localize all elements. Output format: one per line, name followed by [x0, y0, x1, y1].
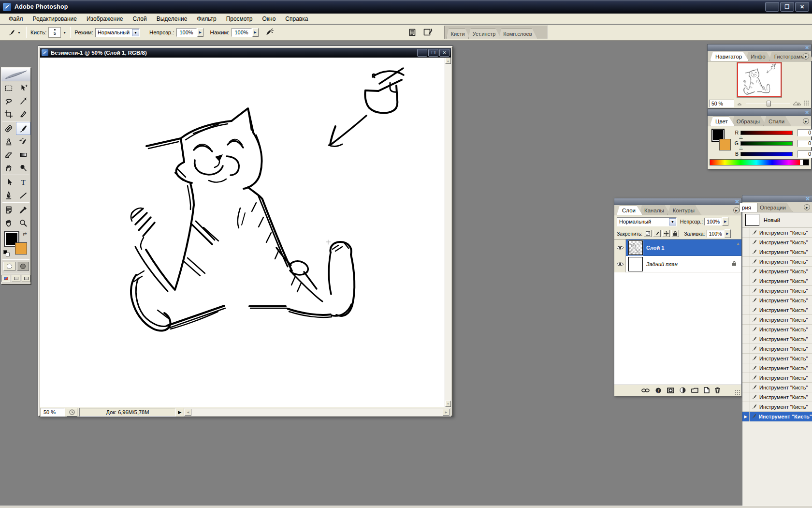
flyout-menu-icon[interactable]: ▶: [803, 53, 809, 60]
tool-line[interactable]: [16, 189, 30, 202]
fullscreen-button[interactable]: [22, 275, 30, 282]
layer-blend-mode-select[interactable]: Нормальный ▼: [617, 217, 677, 226]
maximize-button[interactable]: ❒: [780, 2, 794, 12]
layer-name[interactable]: Задний план: [646, 261, 678, 267]
tab-actions[interactable]: Операции: [754, 203, 793, 212]
standard-screen-button[interactable]: [1, 275, 10, 282]
tool-preset-picker[interactable]: ▼: [8, 27, 21, 38]
tool-brush[interactable]: [16, 122, 30, 135]
delete-layer-icon[interactable]: [715, 387, 720, 394]
new-layer-icon[interactable]: [704, 387, 710, 394]
layer-name[interactable]: Слой 1: [646, 245, 664, 251]
opacity-field[interactable]: 100%: [176, 28, 197, 37]
menu-item[interactable]: Выделение: [152, 14, 192, 24]
scroll-down-icon[interactable]: ▼: [445, 401, 451, 407]
menu-item[interactable]: Редактирование: [28, 14, 82, 24]
menu-item[interactable]: Справка: [280, 14, 313, 24]
layer-mask-icon[interactable]: [667, 388, 674, 394]
adjustment-layer-icon[interactable]: [680, 387, 686, 394]
airbrush-toggle[interactable]: [262, 27, 275, 38]
tool-move[interactable]: [16, 81, 30, 94]
history-state-row[interactable]: ▶ Инструмент "Кисть": [742, 363, 812, 373]
background-color-swatch[interactable]: [15, 242, 27, 254]
tab-navigator[interactable]: Навигатор: [710, 52, 749, 61]
tool-notes[interactable]: [1, 203, 16, 216]
scroll-left-icon[interactable]: ◀: [185, 409, 191, 416]
tool-eyedropper[interactable]: [16, 203, 30, 216]
history-state-row[interactable]: ▶ Инструмент "Кисть": [742, 334, 812, 344]
history-source-cell[interactable]: ▶: [742, 402, 750, 412]
background-color-swatch[interactable]: [719, 139, 731, 150]
flyout-menu-icon[interactable]: ▶: [803, 118, 809, 124]
layer-opacity-spinner[interactable]: ▶: [722, 217, 728, 226]
history-state-row[interactable]: ▶ Инструмент "Кисть": [742, 325, 812, 334]
menu-item[interactable]: Просмотр: [221, 14, 258, 24]
menu-item[interactable]: Файл: [4, 14, 28, 24]
menu-item[interactable]: Окно: [257, 14, 280, 24]
history-source-cell[interactable]: ▶: [742, 228, 750, 238]
history-source-cell[interactable]: ▶: [742, 412, 750, 421]
status-preview-button[interactable]: [67, 408, 77, 417]
history-state-row[interactable]: ▶ Инструмент "Кисть": [742, 354, 812, 363]
tool-lasso[interactable]: [1, 94, 16, 107]
tab-swatches[interactable]: Образцы: [731, 117, 767, 126]
history-state-row[interactable]: ▶ Инструмент "Кисть": [742, 305, 812, 315]
snapshot-thumbnail[interactable]: [745, 214, 759, 226]
history-state-row[interactable]: ▶ Инструмент "Кисть": [742, 392, 812, 402]
history-source-cell[interactable]: ▶: [742, 344, 750, 354]
tool-healing-brush[interactable]: [1, 122, 16, 135]
file-info-button[interactable]: [406, 27, 419, 38]
close-button[interactable]: ✕: [795, 2, 809, 12]
history-source-cell[interactable]: ▶: [742, 305, 750, 315]
history-source-cell[interactable]: ▶: [742, 296, 750, 305]
brush-preset-preview[interactable]: 5: [48, 27, 61, 38]
history-source-cell[interactable]: ▶: [742, 354, 750, 363]
history-source-cell[interactable]: ▶: [742, 392, 750, 402]
visibility-cell[interactable]: [614, 239, 626, 256]
canvas[interactable]: [40, 58, 449, 407]
color-spectrum-ramp[interactable]: [710, 159, 809, 165]
lock-position-button[interactable]: [662, 230, 670, 237]
history-source-cell[interactable]: ▶: [742, 267, 750, 276]
tool-type[interactable]: T: [16, 176, 30, 189]
tool-clone-stamp[interactable]: [1, 135, 16, 148]
history-state-row[interactable]: ▶ Инструмент "Кисть": [742, 402, 812, 412]
history-state-row[interactable]: ▶ Инструмент "Кисть": [742, 383, 812, 392]
status-flyout-arrow[interactable]: ▶: [176, 408, 184, 417]
new-group-icon[interactable]: [691, 388, 698, 394]
palette-well-tab[interactable]: Кисти: [447, 28, 470, 39]
layer-style-icon[interactable]: f: [655, 387, 662, 395]
tool-pen[interactable]: [1, 189, 16, 202]
history-source-cell[interactable]: ▶: [742, 238, 750, 247]
resize-grip[interactable]: [735, 389, 741, 396]
lock-paint-button[interactable]: [653, 230, 661, 237]
swap-colors-icon[interactable]: ⇄: [23, 231, 27, 237]
opacity-spinner[interactable]: ▶: [197, 28, 203, 37]
history-state-row[interactable]: ▶ Инструмент "Кисть": [742, 373, 812, 383]
close-icon[interactable]: ✕: [735, 199, 740, 204]
flow-field[interactable]: 100%: [232, 28, 252, 37]
history-source-cell[interactable]: ▶: [742, 334, 750, 344]
fill-field[interactable]: 100%: [707, 230, 724, 238]
history-state-row[interactable]: ▶ Инструмент "Кисть": [742, 257, 812, 267]
tool-history-brush[interactable]: [16, 135, 30, 148]
tab-paths[interactable]: Контуры: [667, 206, 701, 215]
history-state-row[interactable]: ▶ Инструмент "Кисть": [742, 276, 812, 286]
history-source-cell[interactable]: ▶: [742, 383, 750, 392]
history-source-cell[interactable]: ▶: [742, 373, 750, 383]
tab-color[interactable]: Цвет: [710, 117, 735, 126]
tool-gradient[interactable]: [16, 148, 30, 161]
visibility-cell[interactable]: [614, 256, 626, 272]
zoom-level-field[interactable]: 50 %: [41, 408, 65, 417]
lock-all-button[interactable]: [671, 230, 679, 237]
history-state-row[interactable]: ▶ Инструмент "Кисть": [742, 286, 812, 296]
history-source-cell[interactable]: ▶: [742, 276, 750, 286]
channel-r-slider[interactable]: [740, 131, 793, 135]
doc-maximize-button[interactable]: ❒: [428, 49, 438, 57]
resize-grip[interactable]: [803, 100, 810, 106]
brush-palette-toggle[interactable]: [421, 27, 434, 38]
palette-well-tab[interactable]: Уст.инстр: [468, 28, 501, 39]
navigator-titlebar[interactable]: ✕: [708, 45, 811, 51]
flyout-menu-icon[interactable]: ▶: [804, 204, 810, 210]
layer-row-layer1[interactable]: Слой 1 ▲: [614, 239, 741, 256]
